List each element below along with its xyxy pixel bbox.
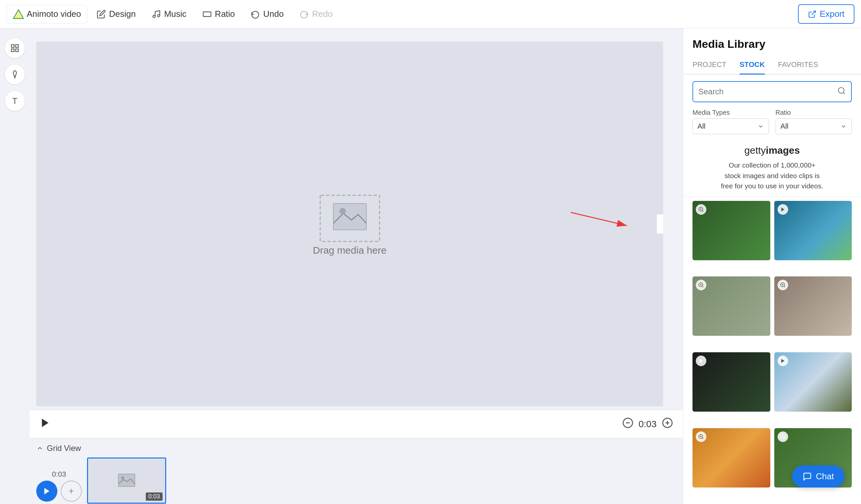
ratio-select[interactable]: All — [776, 119, 852, 134]
svg-line-5 — [811, 11, 816, 15]
text-tool-label: T — [12, 96, 17, 106]
increase-time-button[interactable] — [662, 417, 673, 431]
search-area — [683, 74, 861, 106]
canvas-area: Drag media here › — [30, 28, 683, 504]
color-tool-button[interactable] — [5, 65, 25, 84]
chat-icon — [803, 472, 812, 481]
search-button[interactable] — [832, 82, 851, 101]
design-button[interactable]: Design — [90, 5, 142, 23]
svg-line-46 — [784, 438, 785, 439]
thumb-time-badge: 0:03 — [146, 492, 163, 501]
export-button[interactable]: Export — [798, 4, 855, 24]
media-thumb-4[interactable] — [774, 276, 852, 336]
getty-logo-bold: images — [766, 145, 800, 156]
media-thumb-7[interactable] — [693, 428, 770, 488]
time-display: 0:03 — [639, 419, 657, 430]
undo-button[interactable]: Undo — [244, 5, 290, 23]
drag-media-icon — [317, 192, 383, 245]
redo-icon — [299, 10, 309, 19]
media-thumb-1[interactable] — [693, 201, 770, 260]
grid-play-button[interactable] — [36, 480, 57, 502]
thumb-media-icon — [117, 472, 137, 489]
svg-rect-9 — [12, 49, 14, 52]
toolbar: Animoto video Design Music Ratio Undo Re… — [0, 0, 861, 28]
svg-marker-39 — [699, 359, 702, 363]
media-library-title: Media Library — [683, 28, 861, 51]
svg-line-42 — [702, 438, 703, 439]
svg-point-23 — [121, 476, 124, 480]
tab-project[interactable]: PROJECT — [693, 56, 726, 74]
grid-view-section: Grid View 0:03 + — [30, 438, 683, 504]
canvas-frame[interactable]: Drag media here › — [36, 42, 663, 406]
thumb-zoom-icon-3 — [696, 280, 706, 290]
chat-label: Chat — [816, 471, 834, 481]
svg-line-27 — [702, 210, 703, 212]
tab-favorites[interactable]: FAVORITES — [778, 56, 818, 74]
media-types-select[interactable]: All — [693, 119, 769, 134]
arrow-indicator — [571, 206, 637, 232]
redo-label: Redo — [312, 9, 332, 19]
ratio-filter: Ratio All — [776, 109, 852, 134]
grid-add-button[interactable]: + — [61, 480, 82, 502]
music-label: Music — [164, 9, 187, 19]
svg-marker-40 — [781, 359, 784, 363]
media-types-value: All — [697, 122, 705, 131]
ratio-icon — [203, 10, 212, 19]
svg-point-24 — [838, 87, 844, 93]
layout-icon — [10, 43, 19, 53]
music-button[interactable]: Music — [145, 5, 193, 23]
media-thumb-2[interactable] — [774, 201, 852, 260]
plus-icon: + — [69, 486, 74, 496]
ratio-button[interactable]: Ratio — [196, 5, 242, 23]
logo-label: Animoto video — [27, 9, 81, 19]
undo-label: Undo — [263, 9, 284, 19]
logo-button[interactable]: Animoto video — [6, 5, 87, 24]
media-library-panel: Media Library PROJECT STOCK FAVORITES Me… — [683, 28, 861, 504]
svg-marker-21 — [44, 488, 49, 494]
thumb-play-icon-2 — [778, 204, 788, 215]
tool-sidebar: T — [0, 28, 30, 504]
svg-rect-8 — [15, 49, 18, 52]
tab-stock[interactable]: STOCK — [740, 56, 765, 74]
thumb-play-icon-5 — [696, 356, 706, 366]
chat-button[interactable]: Chat — [792, 465, 845, 488]
text-tool-button[interactable]: T — [5, 91, 25, 111]
svg-point-12 — [339, 208, 346, 214]
media-thumb-5[interactable] — [693, 352, 770, 412]
grid-thumbnail-1[interactable]: 0:03 — [87, 458, 166, 504]
grid-view-label: Grid View — [47, 444, 81, 453]
pencil-icon — [97, 10, 106, 19]
animoto-logo-icon — [13, 9, 24, 20]
play-button[interactable] — [40, 417, 51, 431]
redo-button[interactable]: Redo — [293, 5, 339, 23]
svg-rect-22 — [118, 474, 135, 487]
chevron-down-icon-2 — [840, 123, 847, 130]
svg-rect-6 — [12, 45, 14, 47]
thumb-play-icon-6 — [778, 356, 788, 366]
svg-point-2 — [153, 15, 155, 17]
undo-icon — [251, 10, 260, 19]
export-icon — [808, 10, 817, 18]
drag-media-text: Drag media here — [313, 245, 386, 256]
media-types-filter: Media Types All — [693, 109, 769, 134]
svg-point-3 — [157, 14, 160, 17]
grid-items: 0:03 + — [36, 458, 676, 504]
media-tabs: PROJECT STOCK FAVORITES — [683, 56, 861, 74]
main-container: T Drag media here — [0, 28, 861, 504]
design-label: Design — [109, 9, 136, 19]
expand-panel-button[interactable]: › — [657, 214, 663, 234]
search-icon — [837, 86, 846, 95]
decrease-time-button[interactable] — [622, 417, 633, 431]
svg-line-36 — [784, 286, 785, 287]
ratio-label: Ratio — [776, 109, 852, 117]
media-thumb-3[interactable] — [693, 276, 770, 336]
time-controls: 0:03 — [622, 417, 673, 431]
layout-tool-button[interactable] — [5, 38, 25, 58]
thumb-zoom-icon-8 — [778, 432, 788, 442]
search-input[interactable] — [693, 82, 832, 101]
grid-view-header[interactable]: Grid View — [36, 444, 676, 453]
chevron-down-icon — [757, 123, 764, 130]
media-thumb-6[interactable] — [774, 352, 852, 412]
svg-rect-7 — [15, 45, 18, 47]
getty-logo-light: getty — [744, 145, 766, 156]
